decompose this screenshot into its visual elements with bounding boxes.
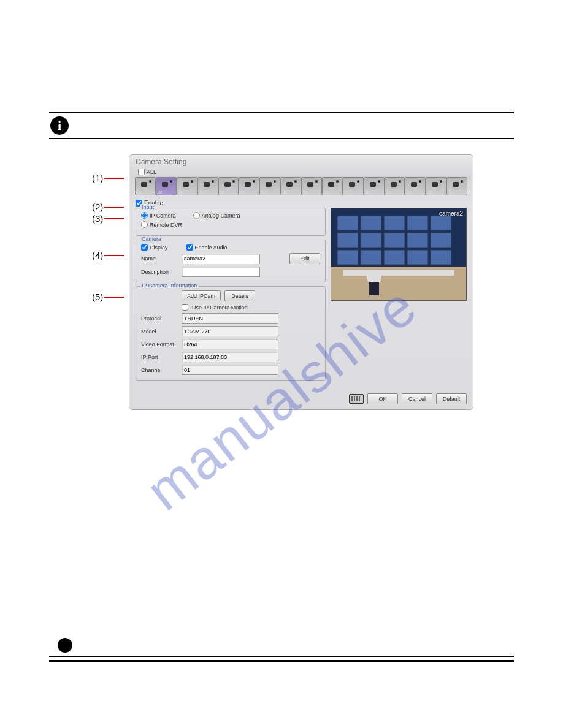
- ipcam-legend: IP Camera Information: [140, 282, 199, 289]
- display-checkbox-wrap[interactable]: Display: [141, 244, 168, 251]
- camera-tile-10[interactable]: 10: [322, 177, 343, 195]
- callout-3-line: [104, 218, 124, 219]
- svg-rect-11: [431, 233, 451, 248]
- motion-label: Use IP Camera Motion: [192, 305, 248, 311]
- audio-checkbox-wrap[interactable]: Enable Audio: [186, 244, 228, 251]
- ipport-value: [182, 352, 278, 362]
- camera-preview: camera2: [331, 208, 467, 301]
- rule-bottom-2: [49, 660, 514, 662]
- svg-rect-6: [431, 216, 451, 230]
- camera-setting-dialog: Camera Setting ALL 010203040506070809101…: [129, 154, 473, 410]
- camera-tile-15[interactable]: 15: [426, 177, 446, 195]
- radio-remote-dvr-input[interactable]: [141, 221, 148, 228]
- svg-rect-5: [407, 216, 428, 230]
- format-label: Video Format: [141, 341, 178, 347]
- motion-checkbox[interactable]: [182, 304, 188, 311]
- all-checkbox[interactable]: [138, 169, 145, 175]
- svg-rect-15: [407, 250, 428, 265]
- callout-4-line: [104, 255, 124, 256]
- radio-ipcamera-label: IP Camera: [150, 213, 176, 219]
- ok-button[interactable]: OK: [367, 393, 398, 404]
- input-fieldset: Input IP Camera Analog Camera: [136, 208, 326, 236]
- audio-label: Enable Audio: [195, 245, 228, 251]
- svg-rect-17: [343, 270, 454, 276]
- radio-ipcamera[interactable]: IP Camera: [141, 212, 176, 219]
- svg-rect-14: [384, 250, 405, 265]
- rule-top-2: [49, 138, 514, 139]
- camera-tile-05[interactable]: 05: [218, 177, 239, 195]
- camera-tile-03[interactable]: 03: [177, 177, 197, 195]
- model-label: Model: [141, 328, 178, 335]
- svg-rect-10: [407, 233, 428, 248]
- camera-tile-12[interactable]: 12: [364, 177, 385, 195]
- callout-1: (1): [92, 173, 104, 183]
- description-label: Description: [141, 269, 178, 275]
- ipport-label: IP:Port: [141, 354, 178, 360]
- display-checkbox[interactable]: [141, 244, 148, 251]
- svg-rect-2: [337, 216, 358, 230]
- format-value: [182, 339, 278, 349]
- cancel-button[interactable]: Cancel: [402, 393, 432, 404]
- protocol-value: [182, 313, 278, 324]
- svg-rect-3: [361, 216, 381, 230]
- camera-fieldset: Camera Display Enable Audio Name: [136, 240, 326, 282]
- edit-button[interactable]: Edit: [289, 253, 320, 264]
- radio-remote-dvr[interactable]: Remote DVR: [141, 221, 182, 228]
- channel-value: [182, 365, 278, 375]
- svg-rect-7: [337, 233, 358, 248]
- preview-label: camera2: [439, 210, 463, 217]
- svg-rect-19: [369, 282, 379, 295]
- callout-5: (5): [92, 292, 104, 302]
- rule-bottom-1: [49, 656, 514, 657]
- dialog-title: Camera Setting: [129, 155, 473, 167]
- callout-1-line: [104, 178, 124, 179]
- svg-rect-13: [361, 250, 381, 265]
- details-button[interactable]: Details: [224, 290, 255, 301]
- camera-tile-04[interactable]: 04: [197, 177, 218, 195]
- model-value: [182, 326, 278, 336]
- name-label: Name: [141, 256, 178, 262]
- default-button[interactable]: Default: [436, 393, 467, 404]
- display-label: Display: [150, 245, 168, 251]
- camera-strip: 01020304050607080910111213141516: [134, 176, 468, 196]
- protocol-label: Protocol: [141, 316, 178, 322]
- ipcam-info-fieldset: IP Camera Information Add IPCam Details …: [136, 286, 326, 381]
- description-input[interactable]: [182, 267, 260, 277]
- name-input[interactable]: [182, 254, 260, 264]
- camera-tile-16[interactable]: 16: [446, 177, 467, 195]
- camera-tile-07[interactable]: 07: [259, 177, 280, 195]
- svg-rect-9: [384, 233, 405, 248]
- camera-tile-08[interactable]: 08: [280, 177, 301, 195]
- callout-5-line: [104, 297, 124, 298]
- radio-remote-dvr-label: Remote DVR: [150, 222, 182, 228]
- svg-rect-16: [431, 250, 451, 265]
- camera-tile-09[interactable]: 09: [301, 177, 322, 195]
- rule-top-1: [49, 112, 514, 113]
- svg-rect-4: [384, 216, 405, 230]
- radio-analog-label: Analog Camera: [202, 213, 240, 219]
- callout-3: (3): [92, 213, 104, 224]
- camera-tile-14[interactable]: 14: [405, 177, 426, 195]
- camera-legend: Camera: [140, 236, 163, 242]
- input-legend: Input: [140, 204, 156, 210]
- callout-2: (2): [92, 202, 104, 212]
- camera-tile-06[interactable]: 06: [239, 177, 259, 195]
- camera-tile-02[interactable]: 02: [156, 177, 177, 195]
- channel-label: Channel: [141, 367, 178, 373]
- audio-checkbox[interactable]: [186, 244, 193, 251]
- callout-2-line: [104, 207, 124, 208]
- camera-tile-11[interactable]: 11: [343, 177, 364, 195]
- svg-rect-8: [361, 233, 381, 248]
- svg-rect-12: [337, 250, 358, 265]
- camera-tile-13[interactable]: 13: [385, 177, 405, 195]
- radio-ipcamera-input[interactable]: [141, 212, 148, 219]
- keyboard-icon[interactable]: [349, 394, 364, 404]
- add-ipcam-button[interactable]: Add IPCam: [182, 290, 221, 301]
- radio-analog-input[interactable]: [193, 212, 200, 219]
- radio-analog[interactable]: Analog Camera: [193, 212, 240, 219]
- camera-tile-01[interactable]: 01: [135, 177, 156, 195]
- all-label: ALL: [147, 169, 156, 175]
- callout-4: (4): [92, 250, 104, 260]
- page-number-dot: [58, 638, 72, 653]
- info-icon: i: [50, 116, 69, 135]
